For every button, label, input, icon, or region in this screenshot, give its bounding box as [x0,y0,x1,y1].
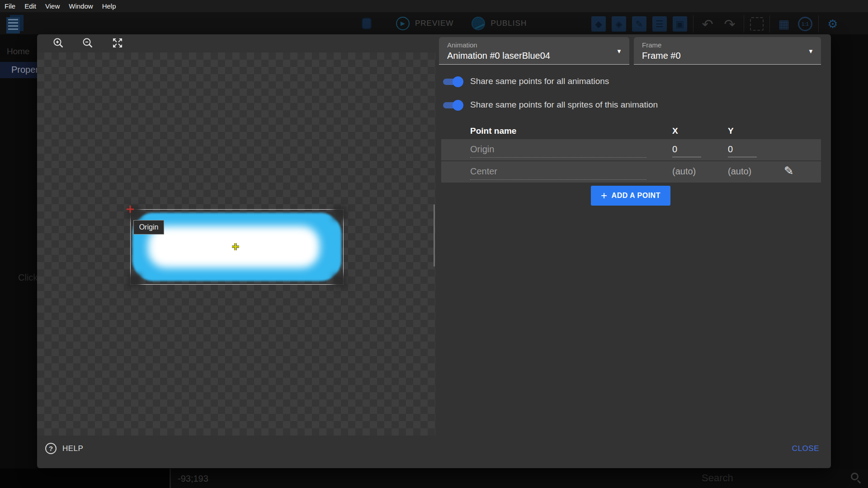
search-input: Search [702,472,733,484]
menu-edit[interactable]: Edit [24,2,36,10]
help-icon: ? [45,443,57,454]
preview-toolbar [37,34,437,52]
menu-file[interactable]: File [5,2,15,10]
point-x-input[interactable]: 0 [672,144,677,155]
background-click-hint: Click [18,272,37,283]
publish-button: PUBLISH [491,19,527,28]
resources-icon: ◆ [591,16,606,32]
edit-scene-icon: ✎ [632,16,646,32]
publish-globe-icon [472,17,485,30]
point-y-input[interactable]: 0 [728,144,733,155]
center-point-marker[interactable] [231,243,240,253]
project-manager-icon [6,15,24,34]
frame-select[interactable]: Frame Frame #0 ▼ [634,37,821,65]
cursor-coordinates: -93;193 [178,474,208,484]
layers-icon: ▣ [673,16,687,32]
toggle-share-all-sprites[interactable] [443,100,462,111]
preview-play-icon: ▶ [396,17,410,30]
add-point-button[interactable]: + ADD A POINT [591,186,670,206]
toggle-share-all-animations[interactable] [443,76,462,87]
tab-home: Home [7,47,30,56]
fit-to-screen-icon[interactable] [111,37,124,49]
column-header-y: Y [728,126,734,136]
column-header-name: Point name [470,126,516,136]
close-button[interactable]: CLOSE [792,444,819,453]
tools-wrench-icon: ⚙ [825,16,841,32]
column-header-x: X [672,126,678,136]
point-name-field: Origin [470,144,494,155]
toggle-label: Share same points for all sprites of thi… [470,100,658,110]
toggle-label: Share same points for all animations [470,76,609,86]
table-row-origin: Origin 0 0 [441,139,821,160]
events-icon: ☰ [652,16,667,32]
menu-bar: File Edit View Window Help [0,0,868,12]
preview-scrollbar[interactable] [434,204,435,267]
zoom-1-1-icon: 1:1 [798,17,812,31]
chevron-down-icon: ▼ [616,48,622,55]
debugger-icon [362,18,372,29]
table-row-center: Center (auto) (auto) ✎ [441,161,821,183]
menu-help[interactable]: Help [102,2,116,10]
search-icon [851,473,859,480]
menu-window[interactable]: Window [69,2,93,10]
preview-button: PREVIEW [415,19,453,28]
grid-icon: ▦ [776,16,792,32]
menu-view[interactable]: View [45,2,60,10]
edit-points-dialog: Origin Animation Animation #0 laserBlue0… [37,34,831,468]
edit-pencil-icon[interactable]: ✎ [784,165,794,177]
help-button[interactable]: ? HELP [45,443,83,454]
plus-icon: + [601,189,608,202]
origin-point-tooltip: Origin [133,220,164,235]
zoom-out-icon[interactable] [81,37,94,49]
objects-icon: ◈ [612,16,626,32]
redo-icon: ↷ [722,16,738,32]
point-y-value: (auto) [728,166,751,177]
undo-icon: ↶ [699,16,716,32]
point-x-value: (auto) [672,166,696,177]
gdevelop-window: File Edit View Window Help ▶ PREVIEW PUB… [0,0,868,488]
status-bar: -93;193 Search [0,469,868,488]
point-name-field: Center [470,166,497,177]
chevron-down-icon: ▼ [808,48,814,55]
toolbar-icon-strip: ◆ ◈ ✎ ☰ ▣ ↶ ↷ ▦ 1:1 ⚙ [591,15,841,33]
selection-icon [750,17,764,31]
animation-select[interactable]: Animation Animation #0 laserBlue04 ▼ [439,37,629,65]
origin-point-marker[interactable] [126,205,134,215]
zoom-in-icon[interactable] [52,37,65,49]
properties-panel-header: Proper [0,62,37,78]
sprite-preview-canvas[interactable]: Origin [37,52,435,436]
